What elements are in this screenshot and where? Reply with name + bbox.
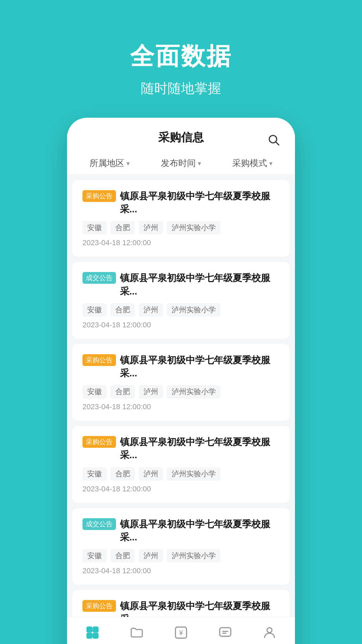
svg-line-1 xyxy=(276,142,279,145)
item-title: 镇原县平泉初级中学七年级夏季校服采... xyxy=(120,518,280,544)
tag: 安徽 xyxy=(82,303,107,317)
svg-rect-3 xyxy=(93,627,98,632)
item-title: 镇原县平泉初级中学七年级夏季校服采... xyxy=(120,599,280,617)
svg-point-9 xyxy=(267,628,272,633)
tag: 泸州 xyxy=(139,303,163,317)
svg-rect-8 xyxy=(220,628,231,636)
tag: 安徽 xyxy=(82,549,107,562)
item-badge: 采购公告 xyxy=(82,600,116,612)
filter-mode-label: 采购模式 xyxy=(232,157,267,169)
item-title: 镇原县平泉初级中学七年级夏季校服采... xyxy=(120,190,280,216)
svg-text:¥: ¥ xyxy=(179,629,183,637)
search-button[interactable] xyxy=(265,131,282,148)
list-item[interactable]: 采购公告 镇原县平泉初级中学七年级夏季校服采... xyxy=(72,590,290,617)
chevron-down-icon: ▾ xyxy=(126,159,130,167)
svg-rect-5 xyxy=(93,633,98,638)
filter-region-label: 所属地区 xyxy=(89,157,124,169)
yuan-icon: ¥ xyxy=(172,624,190,641)
app-bar: 采购信息 xyxy=(67,118,295,152)
search-icon xyxy=(267,133,280,146)
tag: 泸州实验小学 xyxy=(167,221,221,234)
list-item[interactable]: 采购公告 镇原县平泉初级中学七年级夏季校服采... 安徽合肥泸州泸州实验小学 2… xyxy=(72,344,290,421)
tag: 泸州 xyxy=(139,221,163,234)
item-title-row: 采购公告 镇原县平泉初级中学七年级夏季校服采... xyxy=(82,190,280,216)
tag: 合肥 xyxy=(111,549,135,562)
item-title-row: 采购公告 镇原县平泉初级中学七年级夏季校服采... xyxy=(82,435,280,462)
user-icon xyxy=(261,624,278,641)
folder-icon xyxy=(128,624,145,641)
item-time: 2023-04-18 12:00:00 xyxy=(82,485,280,493)
item-badge: 采购公告 xyxy=(82,190,116,202)
header-title: 全面数据 xyxy=(130,40,232,72)
tag: 合肥 xyxy=(111,303,135,317)
tag: 安徽 xyxy=(82,385,107,398)
tag: 安徽 xyxy=(82,221,107,234)
tag: 合肥 xyxy=(111,385,135,398)
item-time: 2023-04-18 12:00:00 xyxy=(82,238,280,247)
nav-item-message-icon[interactable]: 消息 xyxy=(208,624,242,644)
item-title-row: 成交公告 镇原县平泉初级中学七年级夏季校服采... xyxy=(82,271,280,298)
item-badge: 成交公告 xyxy=(82,272,116,284)
svg-rect-2 xyxy=(87,627,92,632)
filter-bar: 所属地区 ▾ 发布时间 ▾ 采购模式 ▾ xyxy=(67,152,295,175)
item-title: 镇原县平泉初级中学七年级夏季校服采... xyxy=(120,435,280,462)
svg-rect-4 xyxy=(87,633,92,638)
tag: 泸州 xyxy=(139,385,163,398)
list-container: 采购公告 镇原县平泉初级中学七年级夏季校服采... 安徽合肥泸州泸州实验小学 2… xyxy=(67,175,295,617)
list-item[interactable]: 采购公告 镇原县平泉初级中学七年级夏季校服采... 安徽合肥泸州泸州实验小学 2… xyxy=(72,180,290,257)
bottom-nav: 采购信息 我参与的 ¥ 交易 消息 我的 xyxy=(67,617,295,644)
tags-row: 安徽合肥泸州泸州实验小学 xyxy=(82,385,280,398)
tag: 泸州 xyxy=(139,467,163,481)
item-time: 2023-04-18 12:00:00 xyxy=(82,321,280,329)
item-time: 2023-04-18 12:00:00 xyxy=(82,567,280,575)
page-header: 全面数据 随时随地掌握 xyxy=(130,0,232,118)
tag: 泸州实验小学 xyxy=(167,385,221,398)
filter-time-label: 发布时间 xyxy=(161,157,196,169)
phone-mockup: 采购信息 所属地区 ▾ 发布时间 ▾ 采购模式 ▾ xyxy=(67,118,295,644)
phone-screen: 采购信息 所属地区 ▾ 发布时间 ▾ 采购模式 ▾ xyxy=(67,118,295,644)
tags-row: 安徽合肥泸州泸州实验小学 xyxy=(82,467,280,481)
nav-item-home-icon[interactable]: 采购信息 xyxy=(76,624,109,644)
item-badge: 采购公告 xyxy=(82,354,116,366)
filter-region[interactable]: 所属地区 ▾ xyxy=(89,157,130,169)
filter-mode[interactable]: 采购模式 ▾ xyxy=(232,157,273,169)
item-title-row: 采购公告 镇原县平泉初级中学七年级夏季校服采... xyxy=(82,599,280,617)
nav-item-yuan-icon[interactable]: ¥ 交易 xyxy=(164,624,198,644)
app-bar-title: 采购信息 xyxy=(158,130,204,145)
tag: 泸州实验小学 xyxy=(167,549,221,562)
tags-row: 安徽合肥泸州泸州实验小学 xyxy=(82,221,280,234)
chevron-down-icon: ▾ xyxy=(198,159,201,167)
list-item[interactable]: 成交公告 镇原县平泉初级中学七年级夏季校服采... 安徽合肥泸州泸州实验小学 2… xyxy=(72,262,290,338)
tag: 合肥 xyxy=(111,221,135,234)
item-title: 镇原县平泉初级中学七年级夏季校服采... xyxy=(120,271,280,298)
tag: 泸州 xyxy=(139,549,163,562)
item-title-row: 成交公告 镇原县平泉初级中学七年级夏季校服采... xyxy=(82,518,280,544)
item-time: 2023-04-18 12:00:00 xyxy=(82,402,280,411)
list-item[interactable]: 采购公告 镇原县平泉初级中学七年级夏季校服采... 安徽合肥泸州泸州实验小学 2… xyxy=(72,426,290,502)
tag: 泸州实验小学 xyxy=(167,303,221,317)
item-title-row: 采购公告 镇原县平泉初级中学七年级夏季校服采... xyxy=(82,354,280,380)
tags-row: 安徽合肥泸州泸州实验小学 xyxy=(82,549,280,562)
item-title: 镇原县平泉初级中学七年级夏季校服采... xyxy=(120,354,280,380)
tag: 泸州实验小学 xyxy=(167,467,221,481)
tag: 安徽 xyxy=(82,467,107,481)
item-badge: 成交公告 xyxy=(82,518,116,530)
filter-time[interactable]: 发布时间 ▾ xyxy=(161,157,201,169)
nav-item-user-icon[interactable]: 我的 xyxy=(253,624,286,644)
chevron-down-icon: ▾ xyxy=(269,159,273,167)
item-badge: 采购公告 xyxy=(82,436,116,448)
list-item[interactable]: 成交公告 镇原县平泉初级中学七年级夏季校服采... 安徽合肥泸州泸州实验小学 2… xyxy=(72,508,290,585)
home-icon xyxy=(84,624,101,641)
tags-row: 安徽合肥泸州泸州实验小学 xyxy=(82,303,280,317)
header-subtitle: 随时随地掌握 xyxy=(130,79,232,98)
message-icon xyxy=(217,624,234,641)
nav-item-folder-icon[interactable]: 我参与的 xyxy=(120,624,154,644)
tag: 合肥 xyxy=(111,467,135,481)
